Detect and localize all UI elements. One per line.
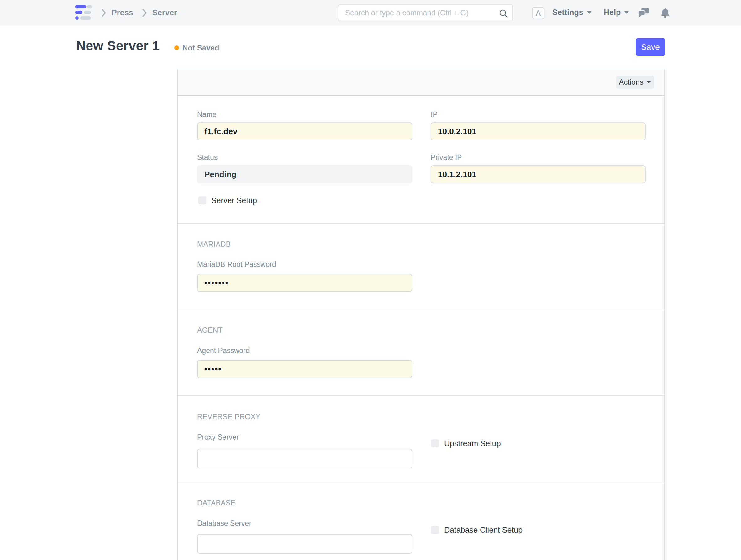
status-indicator-dot bbox=[174, 46, 179, 50]
user-avatar[interactable]: A bbox=[532, 7, 544, 19]
form-container-border-right bbox=[664, 69, 665, 560]
section-heading-database: DATABASE bbox=[197, 499, 236, 507]
section-divider bbox=[178, 482, 664, 482]
status-value: Pending bbox=[197, 165, 412, 183]
notifications-button[interactable] bbox=[660, 7, 670, 20]
field-label-database-server: Database Server bbox=[197, 519, 251, 528]
name-input[interactable] bbox=[197, 122, 412, 140]
chevron-down-icon bbox=[646, 80, 651, 84]
app-logo-icon[interactable] bbox=[75, 5, 91, 20]
chevron-right-icon bbox=[142, 8, 147, 17]
chat-button[interactable] bbox=[637, 7, 650, 20]
private-ip-input[interactable] bbox=[431, 165, 646, 183]
upstream-setup-checkbox[interactable] bbox=[431, 439, 439, 447]
bell-icon bbox=[660, 7, 670, 19]
save-button[interactable]: Save bbox=[636, 38, 665, 56]
help-menu[interactable]: Help bbox=[604, 8, 629, 17]
logo-cell bbox=[75, 5, 86, 8]
section-divider bbox=[178, 309, 664, 309]
logo-cell bbox=[84, 11, 91, 14]
ip-input[interactable] bbox=[431, 122, 646, 140]
field-label-agent-password: Agent Password bbox=[197, 347, 250, 355]
breadcrumb-item-server[interactable]: Server bbox=[152, 8, 177, 17]
search-input[interactable] bbox=[338, 5, 513, 21]
logo-cell bbox=[87, 5, 91, 8]
chevron-down-icon bbox=[587, 11, 592, 14]
mariadb-root-password-input[interactable] bbox=[197, 274, 412, 292]
database-server-input[interactable] bbox=[197, 534, 412, 554]
logo-cell bbox=[75, 11, 82, 14]
section-divider bbox=[178, 223, 664, 224]
field-label-mariadb-root-password: MariaDB Root Password bbox=[197, 260, 276, 269]
section-heading-mariadb: MARIADB bbox=[197, 240, 231, 249]
server-setup-checkbox[interactable] bbox=[198, 196, 206, 204]
form-toolbar bbox=[178, 69, 664, 96]
section-heading-agent: AGENT bbox=[197, 326, 222, 334]
section-heading-reverse-proxy: REVERSE PROXY bbox=[197, 413, 261, 421]
agent-password-input[interactable] bbox=[197, 360, 412, 378]
settings-menu[interactable]: Settings bbox=[552, 8, 592, 17]
server-setup-label: Server Setup bbox=[211, 196, 257, 204]
actions-button[interactable]: Actions bbox=[616, 75, 654, 89]
section-divider bbox=[178, 395, 664, 396]
avatar-initial: A bbox=[536, 9, 541, 18]
breadcrumb-item-press[interactable]: Press bbox=[112, 8, 133, 17]
field-label-name: Name bbox=[197, 110, 216, 119]
field-label-ip: IP bbox=[431, 110, 437, 119]
proxy-server-input[interactable] bbox=[197, 449, 412, 469]
upstream-setup-label: Upstream Setup bbox=[444, 439, 501, 447]
logo-cell bbox=[80, 16, 91, 20]
actions-button-label: Actions bbox=[619, 78, 644, 86]
global-search bbox=[338, 4, 513, 21]
page-title: New Server 1 bbox=[76, 38, 159, 53]
status-indicator-label: Not Saved bbox=[183, 44, 219, 52]
search-icon bbox=[499, 9, 508, 18]
chat-icon bbox=[637, 7, 650, 19]
field-label-private-ip: Private IP bbox=[431, 153, 462, 162]
logo-cell bbox=[75, 16, 79, 20]
form-container-border-left bbox=[177, 69, 178, 560]
help-menu-label: Help bbox=[604, 8, 621, 17]
chevron-down-icon bbox=[624, 11, 629, 14]
database-client-setup-label: Database Client Setup bbox=[444, 526, 523, 534]
field-label-proxy-server: Proxy Server bbox=[197, 433, 239, 441]
chevron-right-icon bbox=[101, 8, 107, 17]
settings-menu-label: Settings bbox=[552, 8, 583, 17]
database-client-setup-checkbox[interactable] bbox=[431, 526, 439, 534]
top-navbar: Press Server A Settings Help bbox=[0, 0, 741, 25]
field-label-status: Status bbox=[197, 153, 217, 162]
